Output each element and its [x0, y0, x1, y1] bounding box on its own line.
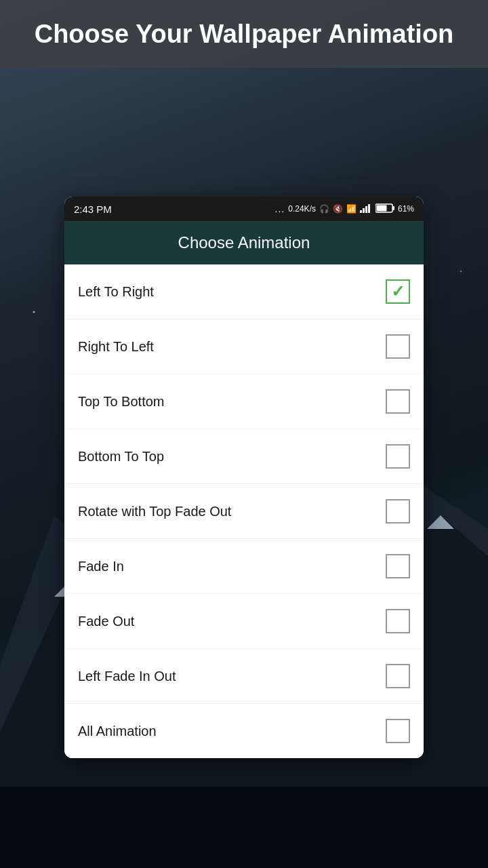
- option-label-8: All Animation: [78, 724, 157, 739]
- dialog-title-bar: Choose Animation: [64, 221, 424, 264]
- animation-options-list: Left To Right ✓ Right To Left Top To Bot…: [64, 264, 424, 758]
- battery-percent: 61%: [398, 204, 414, 214]
- checkbox-3[interactable]: [386, 444, 410, 469]
- option-label-5: Fade In: [78, 559, 124, 574]
- headphone-icon: 🎧: [319, 204, 329, 214]
- option-label-1: Right To Left: [78, 339, 154, 355]
- svg-point-12: [460, 271, 462, 272]
- svg-rect-16: [368, 204, 370, 213]
- svg-rect-18: [392, 206, 394, 210]
- option-right-to-left[interactable]: Right To Left: [64, 319, 424, 374]
- option-rotate-fade[interactable]: Rotate with Top Fade Out: [64, 484, 424, 539]
- option-label-2: Top To Bottom: [78, 394, 164, 410]
- checkbox-6[interactable]: [386, 609, 410, 633]
- status-icons: ... 0.24K/s 🎧 🔇 📶 61%: [275, 203, 414, 215]
- checkbox-7[interactable]: [386, 664, 410, 688]
- svg-rect-6: [0, 787, 488, 868]
- option-fade-out[interactable]: Fade Out: [64, 594, 424, 649]
- svg-point-7: [33, 311, 35, 313]
- signal-dots: ...: [275, 203, 285, 214]
- option-label-6: Fade Out: [78, 614, 134, 629]
- checkbox-4[interactable]: [386, 499, 410, 524]
- checkbox-1[interactable]: [386, 334, 410, 359]
- option-left-to-right[interactable]: Left To Right ✓: [64, 264, 424, 319]
- network-speed: 0.24K/s: [288, 204, 316, 214]
- checkbox-0[interactable]: ✓: [386, 279, 410, 304]
- option-all-animation[interactable]: All Animation: [64, 704, 424, 758]
- signal-icon: [360, 203, 372, 215]
- option-label-7: Left Fade In Out: [78, 669, 176, 684]
- dialog-title: Choose Animation: [178, 233, 310, 252]
- checkbox-5[interactable]: [386, 554, 410, 578]
- svg-rect-14: [363, 208, 365, 213]
- option-label-0: Left To Right: [78, 284, 154, 300]
- option-bottom-to-top[interactable]: Bottom To Top: [64, 429, 424, 484]
- battery-icon: [375, 203, 394, 215]
- mute-icon: 🔇: [333, 204, 343, 214]
- header-bar: Choose Your Wallpaper Animation: [0, 0, 488, 68]
- svg-rect-13: [360, 210, 362, 213]
- option-label-4: Rotate with Top Fade Out: [78, 504, 231, 519]
- page-title: Choose Your Wallpaper Animation: [21, 20, 468, 49]
- animation-dialog: 2:43 PM ... 0.24K/s 🎧 🔇 📶: [64, 197, 424, 758]
- option-label-3: Bottom To Top: [78, 449, 164, 465]
- option-left-fade-in-out[interactable]: Left Fade In Out: [64, 649, 424, 704]
- svg-rect-15: [365, 206, 367, 213]
- option-top-to-bottom[interactable]: Top To Bottom: [64, 374, 424, 429]
- checkbox-2[interactable]: [386, 389, 410, 414]
- status-time: 2:43 PM: [74, 203, 112, 215]
- svg-rect-19: [376, 205, 386, 211]
- option-fade-in[interactable]: Fade In: [64, 539, 424, 594]
- wifi-icon: 📶: [346, 204, 357, 214]
- checkmark-0: ✓: [391, 283, 405, 300]
- checkbox-8[interactable]: [386, 719, 410, 743]
- status-bar: 2:43 PM ... 0.24K/s 🎧 🔇 📶: [64, 197, 424, 221]
